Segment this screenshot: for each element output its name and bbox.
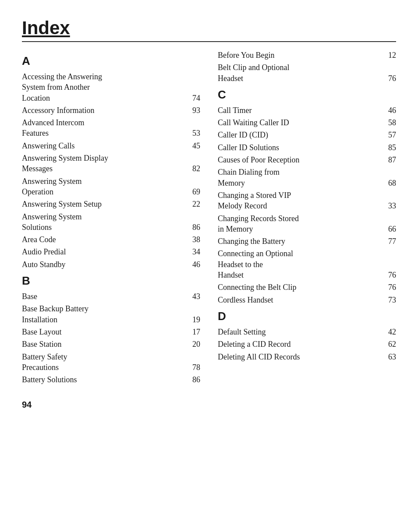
entry-text: Deleting All CID Records — [218, 352, 383, 362]
entry-text: Base Layout — [22, 327, 187, 337]
index-entry: Answering System Setup22 — [22, 199, 200, 209]
index-entry: Call Waiting Caller ID58 — [218, 117, 396, 128]
entry-page: 20 — [187, 339, 200, 349]
entry-page: 17 — [187, 327, 200, 337]
entry-page: 45 — [187, 141, 200, 151]
section-letter-b: B — [22, 274, 200, 288]
index-entry: Belt Clip and Optional Headset76 — [218, 62, 396, 84]
entry-page: 86 — [187, 374, 200, 385]
index-entry: Caller ID Solutions85 — [218, 142, 396, 153]
entry-page: 33 — [383, 201, 396, 211]
entry-page: 38 — [187, 234, 200, 245]
entry-page: 93 — [187, 105, 200, 116]
entry-text: Deleting a CID Record — [218, 339, 383, 349]
entry-text: Base Backup Battery Installation — [22, 303, 187, 325]
index-entry: Answering System Operation69 — [22, 176, 200, 197]
index-entry: Advanced Intercom Features53 — [22, 117, 200, 139]
entry-page: 58 — [383, 117, 396, 128]
index-entry: Caller ID (CID)57 — [218, 130, 396, 140]
index-entry: Chain Dialing from Memory68 — [218, 167, 396, 188]
entry-text: Caller ID Solutions — [218, 142, 383, 153]
index-entry: Battery Safety Precautions78 — [22, 352, 200, 373]
entry-page: 42 — [383, 327, 396, 337]
title-divider — [22, 41, 396, 42]
index-entry: Area Code38 — [22, 234, 200, 245]
entry-page: 22 — [187, 199, 200, 209]
entry-page: 68 — [383, 178, 396, 188]
index-entry: Connecting an Optional Headset to the Ha… — [218, 248, 396, 280]
index-entry: Default Setting42 — [218, 327, 396, 337]
entry-page: 57 — [383, 130, 396, 140]
entry-text: Call Timer — [218, 105, 383, 116]
entry-text: Chain Dialing from Memory — [218, 167, 383, 188]
index-entry: Base Station20 — [22, 339, 200, 349]
entry-text: Causes of Poor Reception — [218, 155, 383, 165]
entry-text: Answering System Solutions — [22, 211, 187, 233]
index-entry: Auto Standby46 — [22, 259, 200, 270]
entry-text: Changing Records Stored in Memory — [218, 213, 383, 235]
entry-text: Answering System Display Messages — [22, 153, 187, 174]
entry-page: 86 — [187, 222, 200, 233]
entry-text: Base Station — [22, 339, 187, 349]
index-entry: Changing Records Stored in Memory66 — [218, 213, 396, 235]
entry-page: 62 — [383, 339, 396, 349]
index-entry: Causes of Poor Reception87 — [218, 155, 396, 165]
index-entry: Deleting All CID Records63 — [218, 352, 396, 362]
entry-text: Advanced Intercom Features — [22, 117, 187, 139]
entry-text: Audio Predial — [22, 247, 187, 257]
entry-page: 12 — [383, 50, 396, 60]
index-entry: Call Timer46 — [218, 105, 396, 116]
entry-page: 43 — [187, 291, 200, 302]
section-letter-c: C — [218, 88, 396, 102]
entry-text: Accessing the Answering System from Anot… — [22, 71, 187, 103]
entry-page: 19 — [187, 314, 200, 325]
entry-text: Connecting the Belt Clip — [218, 282, 383, 292]
entry-text: Auto Standby — [22, 259, 187, 270]
entry-page: 74 — [187, 93, 200, 103]
page-number: 94 — [22, 400, 396, 410]
entry-text: Caller ID (CID) — [218, 130, 383, 140]
entry-page: 46 — [187, 259, 200, 270]
entry-text: Cordless Handset — [218, 295, 383, 305]
index-entry: Changing a Stored VIP Melody Record33 — [218, 190, 396, 211]
entry-text: Battery Safety Precautions — [22, 352, 187, 373]
page-title: Index — [22, 18, 396, 39]
right-column: Before You Begin12Belt Clip and Optional… — [218, 50, 396, 387]
index-entry: Base Backup Battery Installation19 — [22, 303, 200, 325]
entry-text: Default Setting — [218, 327, 383, 337]
section-letter-a: A — [22, 54, 200, 68]
index-entry: Connecting the Belt Clip76 — [218, 282, 396, 292]
entry-page: 69 — [187, 187, 200, 197]
entry-page: 77 — [383, 236, 396, 247]
entry-text: Call Waiting Caller ID — [218, 117, 383, 128]
index-entry: Cordless Handset73 — [218, 295, 396, 305]
index-entry: Base43 — [22, 291, 200, 302]
entry-text: Battery Solutions — [22, 374, 187, 385]
entry-page: 87 — [383, 155, 396, 165]
entry-page: 76 — [383, 270, 396, 280]
entry-page: 73 — [383, 295, 396, 305]
entry-page: 53 — [187, 128, 200, 138]
entry-page: 63 — [383, 352, 396, 362]
index-entry: Accessing the Answering System from Anot… — [22, 71, 200, 103]
entry-text: Connecting an Optional Headset to the Ha… — [218, 248, 383, 280]
index-entry: Audio Predial34 — [22, 247, 200, 257]
entry-text: Answering System Operation — [22, 176, 187, 197]
entry-text: Base — [22, 291, 187, 302]
entry-page: 46 — [383, 105, 396, 116]
index-entry: Answering System Display Messages82 — [22, 153, 200, 174]
entry-page: 34 — [187, 247, 200, 257]
index-entry: Battery Solutions86 — [22, 374, 200, 385]
entry-page: 66 — [383, 224, 396, 234]
entry-page: 76 — [383, 73, 396, 84]
entry-page: 85 — [383, 142, 396, 153]
index-entry: Deleting a CID Record62 — [218, 339, 396, 349]
index-entry: Before You Begin12 — [218, 50, 396, 60]
section-letter-d: D — [218, 310, 396, 323]
entry-text: Before You Begin — [218, 50, 383, 60]
entry-text: Answering System Setup — [22, 199, 187, 209]
index-entry: Answering Calls45 — [22, 141, 200, 151]
index-entry: Accessory Information93 — [22, 105, 200, 116]
index-entry: Changing the Battery77 — [218, 236, 396, 247]
entry-text: Changing a Stored VIP Melody Record — [218, 190, 383, 211]
